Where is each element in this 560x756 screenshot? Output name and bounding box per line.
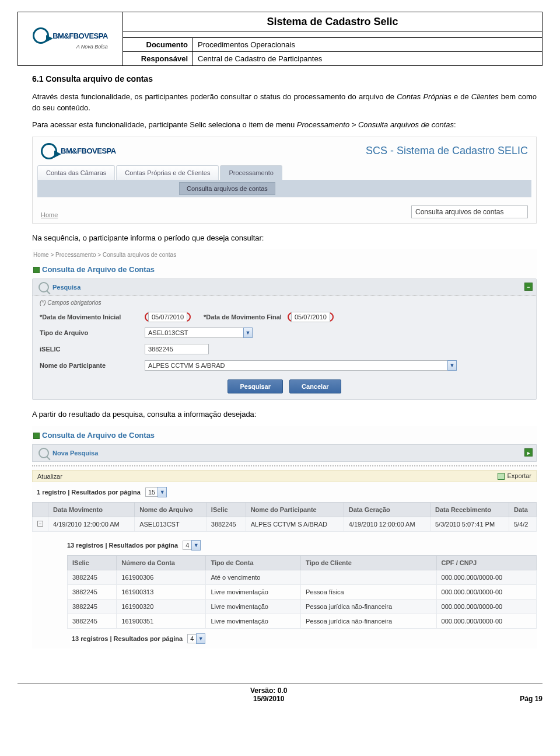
chevron-down-icon[interactable]: ▼ xyxy=(196,633,205,644)
table-row: 3882245161900351Livre movimentaçãoPessoa… xyxy=(68,614,537,629)
chevron-down-icon[interactable]: ▼ xyxy=(447,360,457,371)
breadcrumb: Home > Processamento > Consulta arquivos… xyxy=(32,249,537,260)
input-iselic[interactable]: 3882245 xyxy=(145,344,209,354)
label-date-ini: *Data de Movimento Inicial xyxy=(40,313,139,320)
excel-icon xyxy=(498,473,505,480)
atualizar-button[interactable]: Atualizar xyxy=(37,473,62,480)
system-title: Sistema de Cadastro Selic xyxy=(123,12,542,32)
pager-text: 13 registros | Resultados por página xyxy=(67,542,178,549)
panel-title: Consulta de Arquivo de Contas xyxy=(32,260,537,278)
results-table-1: Data Movimento Nome do Arquivo ISelic No… xyxy=(32,502,537,532)
input-date-ini[interactable]: 05/07/2010 xyxy=(148,312,187,322)
pager-select[interactable]: 15 xyxy=(145,487,158,497)
home-link[interactable]: Home xyxy=(41,211,58,218)
table-row[interactable]: 4/19/2010 12:00:00 AM ASEL013CST 3882245… xyxy=(33,517,537,532)
select-nome-participante[interactable]: ALPES CCTVM S A/BRAD xyxy=(145,360,448,371)
section-heading: 6.1 Consulta arquivo de contas xyxy=(32,74,537,83)
new-search-header[interactable]: Nova Pesquisa ▸ xyxy=(32,444,537,462)
input-date-fim[interactable]: 05/07/2010 xyxy=(291,312,330,322)
pager-select[interactable]: 4 xyxy=(183,541,192,550)
required-note: (*) Campos obrigatorios xyxy=(33,296,536,309)
exportar-button[interactable]: Exportar xyxy=(498,472,531,480)
expand-icon[interactable]: ▸ xyxy=(524,448,533,457)
resp-label: Responsável xyxy=(123,52,193,66)
search-icon xyxy=(38,448,49,458)
pager-select[interactable]: 4 xyxy=(187,634,197,643)
collapse-icon[interactable]: − xyxy=(524,283,533,291)
paragraph-3: Na sequência, o participante informa o p… xyxy=(32,233,537,244)
expand-row-icon[interactable] xyxy=(37,521,43,527)
table-row: 3882245161900320Livre movimentaçãoPessoa… xyxy=(68,600,537,614)
logo-text: BM&FBOVESPA xyxy=(61,147,116,155)
app-title: SCS - Sistema de Cadastro SELIC xyxy=(366,145,528,157)
page-footer: Versão: 0.0 15/9/2010 Pág 19 xyxy=(18,684,542,703)
label-tipo-arquivo: Tipo de Arquivo xyxy=(40,329,139,336)
search-panel-header: Pesquisa − xyxy=(33,279,536,296)
screenshot-results: Consulta de Arquivo de Contas Nova Pesqu… xyxy=(32,426,537,649)
chevron-down-icon[interactable]: ▼ xyxy=(158,487,167,497)
logo-text: BM&FBOVESPA xyxy=(52,32,108,40)
breadcrumb-display: Consulta arquivos de contas xyxy=(411,205,528,218)
label-iselic: iSELIC xyxy=(40,346,139,353)
label-date-fim: *Data de Movimento Final xyxy=(204,313,282,320)
pager-text: 13 registros | Resultados por página xyxy=(72,635,183,642)
screenshot-menu: BM&FBOVESPA SCS - Sistema de Cadastro SE… xyxy=(32,137,537,224)
paragraph-1: Através desta funcionalidade, os partici… xyxy=(32,92,537,114)
search-icon xyxy=(38,282,49,292)
pager-text: 1 registro | Resultados por página xyxy=(37,489,141,496)
tab-contas-camaras[interactable]: Contas das Câmaras xyxy=(37,165,115,180)
square-icon xyxy=(33,433,40,439)
paragraph-2: Para acessar esta funcionalidade, partic… xyxy=(32,120,537,131)
footer-version: Versão: 0.0 xyxy=(18,687,520,695)
footer-page: Pág 19 xyxy=(520,695,542,703)
submenu-consulta-arquivos[interactable]: Consulta arquivos de contas xyxy=(179,182,275,195)
pesquisar-button[interactable]: Pesquisar xyxy=(228,379,283,393)
doc-label: Documento xyxy=(123,38,193,52)
logo-cell: BM&FBOVESPA A Nova Bolsa xyxy=(18,12,123,66)
logo-tagline: A Nova Bolsa xyxy=(33,44,108,50)
doc-value: Procedimentos Operacionais xyxy=(193,38,542,52)
tab-processamento[interactable]: Processamento xyxy=(220,165,282,180)
cancelar-button[interactable]: Cancelar xyxy=(289,379,341,393)
footer-date: 15/9/2010 xyxy=(18,695,520,703)
table-row: 3882245161900313Livre movimentaçãoPessoa… xyxy=(68,585,537,600)
bmf-logo-icon xyxy=(41,143,57,159)
chevron-down-icon[interactable]: ▼ xyxy=(243,328,253,338)
select-tipo-arquivo[interactable]: ASEL013CST xyxy=(145,328,244,338)
label-nome-participante: Nome do Participante xyxy=(40,362,139,369)
tabs: Contas das Câmaras Contas Próprias e de … xyxy=(33,165,536,180)
results-table-2: ISelic Número da Conta Tipo de Conta Tip… xyxy=(67,555,537,629)
doc-header-table: BM&FBOVESPA A Nova Bolsa Sistema de Cada… xyxy=(18,12,542,66)
bmf-logo-icon xyxy=(33,27,49,44)
panel-title: Consulta de Arquivo de Contas xyxy=(32,426,537,444)
screenshot-search-form: Home > Processamento > Consulta arquivos… xyxy=(32,249,537,400)
paragraph-4: A partir do resultado da pesquisa, consu… xyxy=(32,409,537,420)
table-row: 3882245161900306Até o vencimento000.000.… xyxy=(68,570,537,585)
tab-contas-proprias[interactable]: Contas Próprias e de Clientes xyxy=(116,165,219,180)
chevron-down-icon[interactable]: ▼ xyxy=(191,540,201,551)
square-icon xyxy=(33,267,40,273)
resp-value: Central de Cadastro de Participantes xyxy=(193,52,542,66)
